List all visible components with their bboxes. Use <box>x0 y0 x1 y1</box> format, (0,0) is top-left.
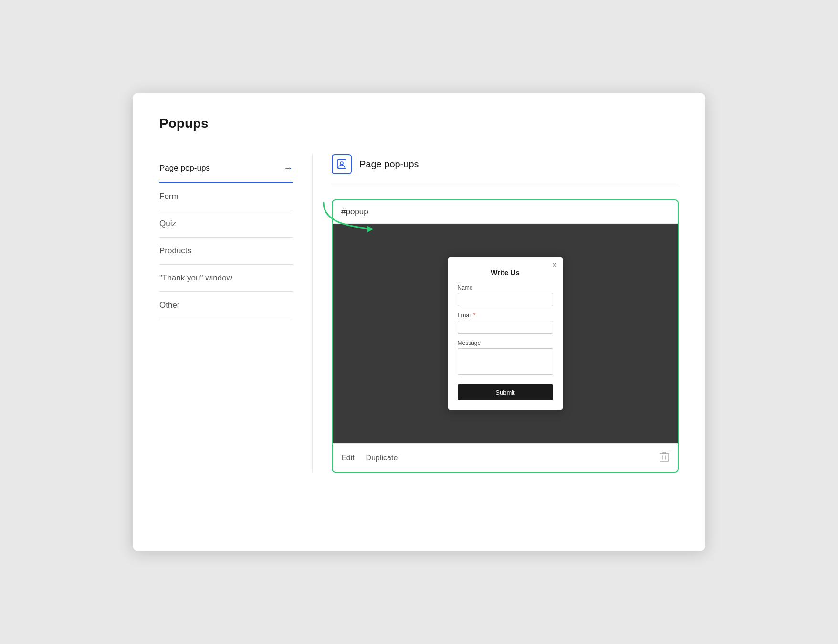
modal-input-email[interactable] <box>458 321 553 334</box>
svg-rect-3 <box>660 454 669 461</box>
sidebar-item-label: "Thank you" window <box>159 273 232 283</box>
sidebar-item-products[interactable]: Products <box>159 238 293 265</box>
sidebar-item-label: Other <box>159 301 180 310</box>
popup-preview: × Write Us Name Email * <box>333 224 678 443</box>
popup-id-input[interactable] <box>341 207 669 217</box>
arrow-right-icon: → <box>283 163 293 174</box>
sidebar-item-quiz[interactable]: Quiz <box>159 210 293 238</box>
modal-input-name[interactable] <box>458 293 553 306</box>
field-label-email: Email * <box>458 312 553 319</box>
sidebar-item-label: Quiz <box>159 219 176 229</box>
required-marker: * <box>473 312 476 319</box>
trash-icon[interactable] <box>660 451 669 464</box>
modal-card: × Write Us Name Email * <box>448 257 563 410</box>
sidebar-item-label: Page pop-ups <box>159 164 210 173</box>
edit-link[interactable]: Edit <box>341 454 355 462</box>
modal-field-name: Name <box>458 284 553 306</box>
modal-field-message: Message <box>458 340 553 375</box>
modal-textarea-message[interactable] <box>458 348 553 375</box>
sidebar-item-other[interactable]: Other <box>159 292 293 319</box>
person-icon <box>336 159 347 169</box>
popup-item: × Write Us Name Email * <box>332 199 679 473</box>
svg-point-2 <box>340 162 343 165</box>
modal-field-email: Email * <box>458 312 553 334</box>
sidebar-item-label: Form <box>159 192 178 201</box>
popup-actions: Edit Duplicate <box>333 443 678 472</box>
right-panel: Page pop-ups × Write Us Name <box>312 154 679 473</box>
page-title: Popups <box>159 116 679 131</box>
content-layout: Page pop-ups → Form Quiz Products "Thank… <box>159 154 679 473</box>
main-card: Popups Page pop-ups → Form Quiz Products… <box>133 93 705 551</box>
field-label-message: Message <box>458 340 553 346</box>
panel-title: Page pop-ups <box>359 159 419 170</box>
modal-submit-button[interactable]: Submit <box>458 384 553 400</box>
panel-header: Page pop-ups <box>332 154 679 184</box>
modal-title: Write Us <box>458 269 553 277</box>
modal-close-button[interactable]: × <box>552 261 556 270</box>
field-label-name: Name <box>458 284 553 291</box>
sidebar-item-form[interactable]: Form <box>159 183 293 210</box>
sidebar-item-thank-you-window[interactable]: "Thank you" window <box>159 265 293 292</box>
duplicate-link[interactable]: Duplicate <box>366 454 398 462</box>
sidebar: Page pop-ups → Form Quiz Products "Thank… <box>159 154 312 473</box>
sidebar-item-label: Products <box>159 246 191 256</box>
panel-icon-container <box>332 154 352 174</box>
popup-id-row <box>333 200 678 224</box>
sidebar-item-page-pop-ups[interactable]: Page pop-ups → <box>159 154 293 183</box>
